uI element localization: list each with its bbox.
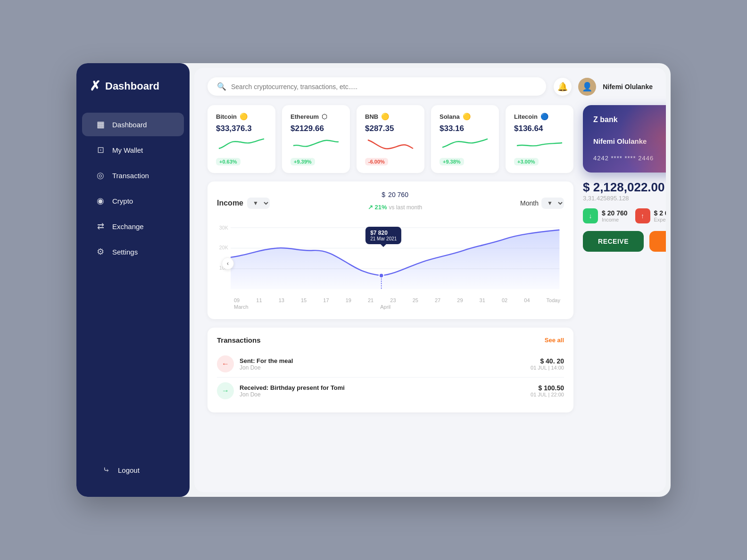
sidebar-item-transaction[interactable]: ◎Transaction xyxy=(82,164,184,187)
crypto-coin-icon: ⬡ xyxy=(322,113,327,120)
notification-button[interactable]: 🔔 xyxy=(554,78,572,96)
logo-text: Dashboard xyxy=(105,80,159,92)
crypto-sparkline xyxy=(365,137,416,151)
month-dropdown-area: Month ▼ xyxy=(520,198,564,209)
header: 🔍 🔔 👤 Nifemi Olulanke xyxy=(194,68,666,105)
settings-icon: ⚙ xyxy=(95,247,106,257)
card-number: 4242 **** **** 2446 xyxy=(593,155,654,162)
crypto-sparkline xyxy=(290,137,341,151)
month-label: Month xyxy=(520,199,539,207)
chart-dropdown[interactable]: ▼ xyxy=(247,198,270,209)
crypto-price: $287.35 xyxy=(365,124,416,133)
crypto-badge: -6.00% xyxy=(365,158,388,165)
crypto-price: $136.64 xyxy=(514,124,565,133)
sidebar-item-dashboard[interactable]: ▦Dashboard xyxy=(82,113,184,136)
crypto-card-header: BNB 🟡 xyxy=(365,113,416,120)
my-wallet-label: My Wallet xyxy=(112,146,143,154)
logo-icon: ✗ xyxy=(90,78,100,94)
crypto-sparkline xyxy=(216,137,267,151)
table-row: → Received: Birthday present for Tomi Jo… xyxy=(217,378,564,404)
tx-person: Jon Doe xyxy=(240,364,525,371)
transactions-card: Transactions See all ← Sent: For the mea… xyxy=(208,328,573,412)
chart-title-area: Income ▼ xyxy=(217,198,270,209)
crypto-card-bitcoin: Bitcoin 🟡 $33,376.3 +0.63% xyxy=(208,105,275,173)
tx-person: Jon Doe xyxy=(240,391,525,398)
balance-sub: 3,31.425895.128 xyxy=(583,195,666,202)
search-bar[interactable]: 🔍 xyxy=(208,77,546,96)
exchange-label: Exchange xyxy=(112,222,144,231)
chart-title: Income xyxy=(217,199,243,207)
transactions-header: Transactions See all xyxy=(217,336,564,344)
bank-card: Z bank Nifemi Olulanke 4242 **** **** 24… xyxy=(583,105,666,173)
crypto-badge: +3.00% xyxy=(514,158,539,165)
income-label: Income xyxy=(602,217,628,222)
tx-amount-area: $ 100.50 01 JUL | 22:00 xyxy=(531,384,564,397)
chart-center: $ 20 760 ↗ 21% vs last month xyxy=(368,191,422,215)
sidebar-item-exchange[interactable]: ⇄Exchange xyxy=(82,214,184,238)
transactions-title: Transactions xyxy=(217,336,261,344)
my-wallet-icon: ⊡ xyxy=(95,145,106,155)
dashboard-label: Dashboard xyxy=(112,121,147,129)
search-icon: 🔍 xyxy=(217,82,226,91)
tx-date: 01 JUL | 14:00 xyxy=(531,365,564,371)
sidebar-item-settings[interactable]: ⚙Settings xyxy=(82,240,184,264)
chart-month-labels: March April xyxy=(217,303,564,310)
crypto-card-header: Ethereum ⬡ xyxy=(290,113,341,120)
receive-button[interactable]: RECEIVE xyxy=(583,231,644,252)
tx-info: Sent: For the meal Jon Doe xyxy=(240,357,525,371)
chart-meta: ↗ 21% vs last month xyxy=(368,204,422,211)
crypto-sparkline xyxy=(440,137,490,151)
exchange-icon: ⇄ xyxy=(95,221,106,231)
logout-icon: ⤷ xyxy=(101,465,111,475)
sidebar-item-logout[interactable]: ⤷ Logout xyxy=(88,458,178,482)
tx-amount: $ 100.50 xyxy=(531,384,564,392)
tx-direction-icon: → xyxy=(217,382,234,399)
crypto-icon: ◉ xyxy=(95,196,106,206)
header-right: 🔔 👤 Nifemi Olulanke xyxy=(554,78,653,96)
crypto-price: $33.16 xyxy=(440,124,490,133)
table-row: ← Sent: For the meal Jon Doe $ 40. 20 01… xyxy=(217,351,564,378)
crypto-coin-icon: 🟡 xyxy=(463,113,471,120)
crypto-price: $33,376.3 xyxy=(216,124,267,133)
crypto-card-header: Litecoin 🔵 xyxy=(514,113,565,120)
month-select[interactable]: ▼ xyxy=(541,198,564,209)
logout-area: ⤷ Logout xyxy=(76,458,190,482)
tx-date: 01 JUL | 22:00 xyxy=(531,392,564,397)
crypto-cards: Bitcoin 🟡 $33,376.3 +0.63% Ethereum ⬡ $2… xyxy=(208,105,573,173)
sidebar: ✗ Dashboard ▦Dashboard⊡My Wallet◎Transac… xyxy=(76,63,190,497)
balance-section: $ 2,128,022.00 3,31.425895.128 ↓ $ 20 76… xyxy=(583,180,666,223)
action-buttons: RECEIVE Send xyxy=(583,231,666,252)
sidebar-item-crypto[interactable]: ◉Crypto xyxy=(82,189,184,213)
expense-amount: $ 2 600 xyxy=(654,209,666,217)
crypto-sparkline xyxy=(514,137,565,151)
card-number-area: 4242 **** **** 2446 xyxy=(593,152,666,164)
send-button[interactable]: Send xyxy=(649,231,666,252)
tx-info: Received: Birthday present for Tomi Jon … xyxy=(240,384,525,398)
crypto-coin-icon: 🔵 xyxy=(540,113,548,120)
income-text: $ 20 760 Income xyxy=(602,209,628,222)
chart-vs: vs last month xyxy=(389,204,423,211)
crypto-card-header: Solana 🟡 xyxy=(440,113,490,120)
income-chart-svg: 30K 20K 10K xyxy=(217,217,564,293)
crypto-card-ethereum: Ethereum ⬡ $2129.66 +9.39% xyxy=(282,105,350,173)
see-all-link[interactable]: See all xyxy=(545,337,564,344)
content-left: Bitcoin 🟡 $33,376.3 +0.63% Ethereum ⬡ $2… xyxy=(208,105,573,483)
chart-prev-button[interactable]: ‹ xyxy=(222,257,234,270)
march-label: March xyxy=(234,304,249,310)
search-input[interactable] xyxy=(231,83,537,91)
chart-header: Income ▼ $ 20 760 ↗ 21% xyxy=(217,191,564,215)
transactions-list: ← Sent: For the meal Jon Doe $ 40. 20 01… xyxy=(217,351,564,404)
expense-icon: ↑ xyxy=(635,208,650,223)
amount-value: 20 760 xyxy=(388,191,408,198)
expense-text: $ 2 600 Expense xyxy=(654,209,666,222)
income-expense-row: ↓ $ 20 760 Income ↑ $ 2 600 Expense xyxy=(583,208,666,223)
expense-label: Expense xyxy=(654,217,666,222)
tx-amount: $ 40. 20 xyxy=(531,357,564,365)
tx-amount-area: $ 40. 20 01 JUL | 14:00 xyxy=(531,357,564,371)
svg-text:20K: 20K xyxy=(219,245,228,251)
sidebar-item-my-wallet[interactable]: ⊡My Wallet xyxy=(82,138,184,162)
income-amount: $ 20 760 xyxy=(602,209,628,217)
crypto-name: Litecoin xyxy=(514,113,538,120)
crypto-card-bnb: BNB 🟡 $287.35 -6.00% xyxy=(357,105,424,173)
crypto-coin-icon: 🟡 xyxy=(240,113,248,120)
